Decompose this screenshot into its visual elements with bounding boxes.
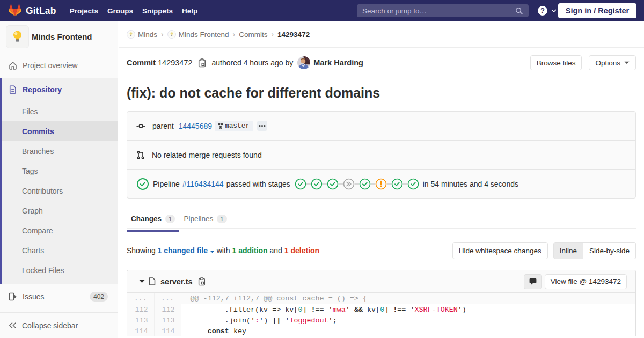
svg-text:?: ? xyxy=(540,7,545,14)
